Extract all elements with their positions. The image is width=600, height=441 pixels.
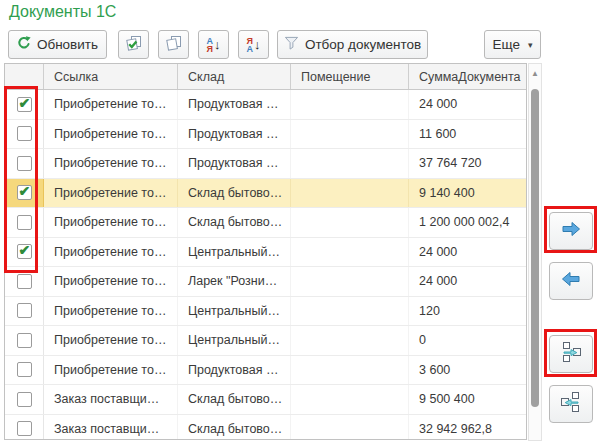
table-row[interactable]: Приобретение то… Центральный… 120	[5, 297, 526, 327]
cell-warehouse[interactable]: Продуктовая …	[178, 120, 291, 149]
move-selected-left-button[interactable]	[549, 262, 593, 300]
cell-warehouse[interactable]: Склад бытово…	[178, 179, 291, 208]
table-row[interactable]: Приобретение то… Продуктовая … 3 600	[5, 356, 526, 386]
cell-room[interactable]	[291, 385, 409, 414]
table-row[interactable]: Приобретение то… Склад бытово… 9 140 400	[5, 179, 526, 209]
checkbox-cell[interactable]	[5, 356, 44, 385]
cell-warehouse[interactable]: Склад бытово…	[178, 415, 291, 441]
refresh-button[interactable]: Обновить	[8, 30, 107, 59]
cell-room[interactable]	[291, 120, 409, 149]
row-checkbox[interactable]	[17, 215, 32, 230]
header-warehouse[interactable]: Склад	[178, 64, 291, 89]
cell-room[interactable]	[291, 208, 409, 237]
cell-room[interactable]	[291, 356, 409, 385]
sort-ascending-button[interactable]: А Я ↓	[198, 30, 229, 59]
cell-link[interactable]: Приобретение то…	[44, 149, 178, 178]
cell-warehouse[interactable]: Центральный…	[178, 238, 291, 267]
uncheck-all-button[interactable]	[158, 30, 189, 59]
cell-warehouse[interactable]: Продуктовая …	[178, 356, 291, 385]
table-row[interactable]: Приобретение то… Центральный… 0	[5, 326, 526, 356]
checkbox-cell[interactable]	[5, 415, 44, 441]
cell-link[interactable]: Приобретение то…	[44, 326, 178, 355]
cell-amount[interactable]: 11 600	[409, 120, 526, 149]
checkbox-cell[interactable]	[5, 149, 44, 178]
table-row[interactable]: Приобретение то… Склад бытово… 1 200 000…	[5, 208, 526, 238]
scrollbar-thumb[interactable]	[531, 89, 539, 407]
table-row[interactable]: Приобретение то… Центральный… 24 000	[5, 238, 526, 268]
sort-descending-button[interactable]: Я А ↓	[238, 30, 269, 59]
table-row[interactable]: Приобретение то… Ларек "Розни… 24 000	[5, 267, 526, 297]
cell-room[interactable]	[291, 415, 409, 441]
cell-room[interactable]	[291, 326, 409, 355]
header-link[interactable]: Ссылка	[44, 64, 178, 89]
cell-amount[interactable]: 9 140 400	[409, 179, 526, 208]
cell-link[interactable]: Приобретение то…	[44, 297, 178, 326]
header-checkbox-column[interactable]	[5, 64, 44, 89]
cell-amount[interactable]: 9 500 400	[409, 385, 526, 414]
row-checkbox[interactable]	[17, 333, 32, 348]
cell-link[interactable]: Приобретение то…	[44, 90, 178, 119]
cell-amount[interactable]: 1 200 000 002,4	[409, 208, 526, 237]
row-checkbox[interactable]	[17, 244, 32, 259]
cell-amount[interactable]: 0	[409, 326, 526, 355]
cell-link[interactable]: Приобретение то…	[44, 267, 178, 296]
cell-link[interactable]: Приобретение то…	[44, 356, 178, 385]
cell-link[interactable]: Заказ поставщи…	[44, 385, 178, 414]
checkbox-cell[interactable]	[5, 120, 44, 149]
cell-warehouse[interactable]: Склад бытово…	[178, 208, 291, 237]
cell-amount[interactable]: 3 600	[409, 356, 526, 385]
cell-room[interactable]	[291, 297, 409, 326]
cell-room[interactable]	[291, 90, 409, 119]
cell-warehouse[interactable]: Продуктовая …	[178, 90, 291, 119]
cell-room[interactable]	[291, 238, 409, 267]
row-checkbox[interactable]	[17, 392, 32, 407]
row-checkbox[interactable]	[17, 303, 32, 318]
cell-amount[interactable]: 24 000	[409, 267, 526, 296]
row-checkbox[interactable]	[17, 126, 32, 141]
cell-link[interactable]: Приобретение то…	[44, 238, 178, 267]
row-checkbox[interactable]	[17, 97, 32, 112]
move-selected-right-button[interactable]	[549, 212, 593, 250]
checkbox-cell[interactable]	[5, 326, 44, 355]
cell-amount[interactable]: 24 000	[409, 238, 526, 267]
checkbox-cell[interactable]	[5, 297, 44, 326]
more-button[interactable]: Еще ▾	[484, 30, 541, 59]
cell-warehouse[interactable]: Центральный…	[178, 297, 291, 326]
cell-amount[interactable]: 37 764 720	[409, 149, 526, 178]
cell-room[interactable]	[291, 267, 409, 296]
move-all-right-button[interactable]	[549, 335, 593, 373]
row-checkbox[interactable]	[17, 156, 32, 171]
checkbox-cell[interactable]	[5, 208, 44, 237]
row-checkbox[interactable]	[17, 274, 32, 289]
cell-amount[interactable]: 120	[409, 297, 526, 326]
scroll-up-icon[interactable]: ▲	[531, 69, 539, 78]
row-checkbox[interactable]	[17, 362, 32, 377]
cell-link[interactable]: Приобретение то…	[44, 179, 178, 208]
table-row[interactable]: Приобретение то… Продуктовая … 24 000	[5, 90, 526, 120]
cell-warehouse[interactable]: Продуктовая …	[178, 149, 291, 178]
checkbox-cell[interactable]	[5, 238, 44, 267]
row-checkbox[interactable]	[17, 185, 32, 200]
cell-link[interactable]: Приобретение то…	[44, 208, 178, 237]
checkbox-cell[interactable]	[5, 179, 44, 208]
cell-amount[interactable]: 24 000	[409, 90, 526, 119]
table-row[interactable]: Заказ поставщи… Склад бытово… 9 500 400	[5, 385, 526, 415]
checkbox-cell[interactable]	[5, 267, 44, 296]
header-amount[interactable]: СуммаДокумента	[409, 64, 526, 89]
filter-documents-button[interactable]: Отбор документов	[277, 30, 428, 59]
table-row[interactable]: Заказ поставщи… Склад бытово… 32 942 962…	[5, 415, 526, 441]
cell-warehouse[interactable]: Центральный…	[178, 326, 291, 355]
table-row[interactable]: Приобретение то… Продуктовая … 11 600	[5, 120, 526, 150]
cell-link[interactable]: Приобретение то…	[44, 120, 178, 149]
table-row[interactable]: Приобретение то… Продуктовая … 37 764 72…	[5, 149, 526, 179]
cell-warehouse[interactable]: Ларек "Розни…	[178, 267, 291, 296]
row-checkbox[interactable]	[17, 421, 32, 436]
cell-room[interactable]	[291, 149, 409, 178]
move-all-left-button[interactable]	[549, 385, 593, 423]
check-all-button[interactable]	[118, 30, 149, 59]
cell-room[interactable]	[291, 179, 409, 208]
table-scrollbar[interactable]: ▲	[528, 63, 542, 441]
checkbox-cell[interactable]	[5, 90, 44, 119]
checkbox-cell[interactable]	[5, 385, 44, 414]
header-room[interactable]: Помещение	[291, 64, 409, 89]
